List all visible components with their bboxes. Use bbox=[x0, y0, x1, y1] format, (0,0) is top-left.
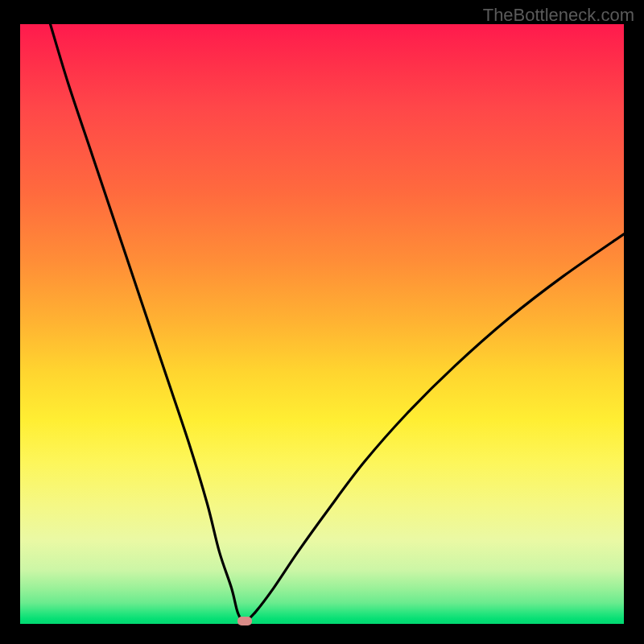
curve-right-branch bbox=[244, 234, 625, 624]
curve-left-branch bbox=[51, 24, 244, 624]
minimum-marker bbox=[237, 617, 252, 625]
chart-frame: TheBottleneck.com bbox=[0, 0, 644, 644]
watermark-text: TheBottleneck.com bbox=[483, 5, 634, 26]
bottleneck-curve bbox=[20, 24, 624, 624]
